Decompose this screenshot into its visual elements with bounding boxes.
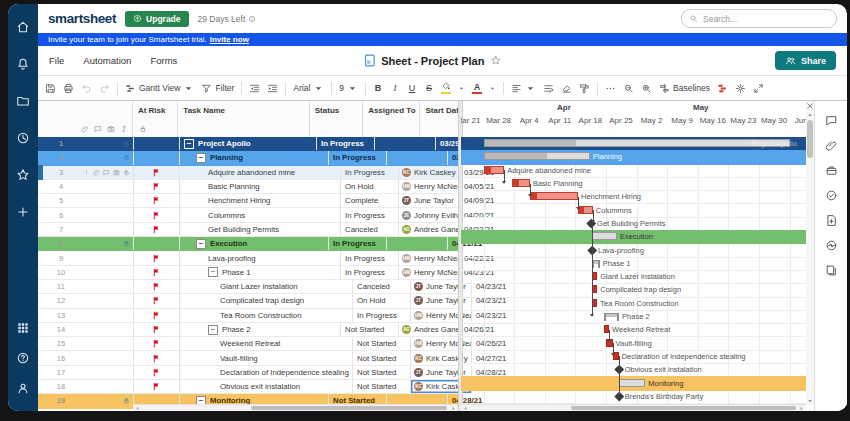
underline-button[interactable]: U [407, 83, 417, 93]
row-number[interactable]: 14 [38, 325, 84, 334]
wrap-text-button[interactable] [543, 83, 554, 94]
task-name-cell[interactable]: Vault-filling [180, 351, 353, 364]
notifications-icon[interactable] [16, 57, 30, 71]
row-gutter-cell[interactable]: 9 [38, 251, 134, 264]
task-name-cell[interactable]: Adquire abandoned mine [180, 166, 341, 179]
task-name-cell[interactable]: −Planning [180, 151, 329, 164]
row-gutter-cell[interactable]: 13 [38, 309, 134, 322]
row-number[interactable]: 11 [38, 282, 84, 291]
at-risk-cell[interactable] [134, 380, 180, 393]
status-cell[interactable]: In Progress [341, 266, 399, 279]
critical-path-button[interactable] [717, 83, 728, 94]
task-name-cell[interactable]: Basic Planning [180, 180, 341, 193]
row-gutter-cell[interactable]: 11 [38, 280, 134, 293]
row-number[interactable]: 1 [38, 139, 84, 148]
filter-button[interactable]: Filter [201, 83, 234, 94]
row-gutter-cell[interactable]: 17 [38, 366, 134, 379]
view-switcher[interactable]: Gantt View [125, 83, 194, 94]
row-gutter-cell[interactable]: 2 [38, 151, 134, 164]
task-name-cell[interactable]: Complicated trap design [180, 294, 353, 307]
gantt-task-bar[interactable] [530, 192, 578, 200]
row-number[interactable]: 5 [38, 196, 84, 205]
status-cell[interactable]: On Hold [353, 294, 411, 307]
publish-icon[interactable] [825, 214, 838, 227]
scroll-down-icon[interactable] [807, 398, 813, 404]
collapse-toggle[interactable]: − [208, 267, 218, 277]
at-risk-flag-icon[interactable] [152, 196, 161, 205]
column-header-start-date[interactable]: Start Date [420, 101, 458, 137]
row-number[interactable]: 13 [38, 311, 84, 320]
comment-column-icon[interactable] [94, 125, 102, 133]
table-row[interactable]: 14 −Phase 2 Not Started AGAndres Ganem 0… [38, 323, 458, 337]
at-risk-cell[interactable] [134, 294, 180, 307]
expand-button[interactable] [753, 83, 764, 94]
assigned-to-cell[interactable]: HMHenry McNeal [399, 266, 460, 279]
scrollbar-thumb[interactable] [807, 120, 813, 158]
redo-button[interactable] [99, 83, 110, 94]
assigned-to-cell[interactable]: AGAndres Ganem [399, 223, 460, 236]
status-cell[interactable]: Canceled [353, 280, 411, 293]
at-risk-flag-icon[interactable] [152, 339, 161, 348]
task-name-cell[interactable]: −Phase 1 [180, 266, 341, 279]
assigned-to-cell[interactable]: JTJune Taylor [399, 194, 460, 207]
status-cell[interactable]: In Progress [341, 166, 399, 179]
scroll-right-icon[interactable] [451, 406, 456, 411]
collapse-toggle[interactable]: − [196, 153, 206, 163]
update-requests-icon[interactable] [825, 189, 838, 202]
table-row[interactable]: 5 Henchment Hiring Complete JTJune Taylo… [38, 194, 458, 208]
more-options-button[interactable] [605, 83, 616, 94]
status-cell[interactable]: In Progress [317, 137, 375, 150]
status-cell[interactable]: In Progress [329, 237, 387, 250]
zoom-out-button[interactable] [623, 83, 634, 94]
scroll-left-icon[interactable] [463, 406, 468, 411]
gantt-task-bar[interactable] [619, 379, 646, 387]
row-gutter-cell[interactable]: 14 [38, 323, 134, 336]
home-icon[interactable] [16, 20, 30, 34]
text-color-button[interactable]: A [472, 83, 482, 94]
gantt-summary-bar[interactable] [604, 313, 619, 317]
grid-horizontal-scrollbar[interactable] [133, 404, 458, 411]
column-header-at-risk[interactable]: At Risk [133, 101, 178, 137]
row-gutter-cell[interactable]: 1 [38, 137, 134, 150]
gantt-task-bar[interactable] [484, 152, 590, 160]
at-risk-flag-icon[interactable] [152, 354, 161, 363]
italic-button[interactable]: I [390, 83, 400, 93]
row-gutter-cell[interactable]: 12 [38, 294, 134, 307]
scrollbar-thumb[interactable] [251, 406, 447, 410]
status-cell[interactable]: On Hold [341, 180, 399, 193]
at-risk-cell[interactable] [134, 309, 180, 322]
assigned-to-cell[interactable]: KCKirk Caskey [399, 166, 460, 179]
task-name-cell[interactable]: Lava-proofing [180, 251, 341, 264]
task-name-cell[interactable]: Colummns [180, 208, 341, 221]
conversations-icon[interactable] [825, 114, 838, 127]
at-risk-flag-icon[interactable] [152, 182, 161, 191]
comment-icon[interactable] [103, 169, 110, 176]
at-risk-cell[interactable] [134, 151, 180, 164]
upgrade-button[interactable]: Upgrade [125, 11, 188, 27]
at-risk-cell[interactable] [134, 180, 180, 193]
row-number[interactable]: 19 [38, 396, 84, 405]
at-risk-cell[interactable] [134, 337, 180, 350]
at-risk-flag-icon[interactable] [152, 268, 161, 277]
info-icon[interactable] [248, 15, 256, 23]
fill-color-button[interactable] [441, 82, 451, 94]
row-number[interactable]: 8 [38, 239, 84, 248]
at-risk-cell[interactable] [134, 366, 180, 379]
column-header-task-name[interactable]: Task Name [178, 101, 309, 137]
row-number[interactable]: 7 [38, 225, 84, 234]
undo-button[interactable] [81, 83, 92, 94]
outdent-button[interactable] [249, 83, 260, 94]
row-menu-icon[interactable] [83, 169, 90, 176]
clear-format-button[interactable] [561, 83, 572, 94]
row-number[interactable]: 10 [38, 268, 84, 277]
row-number[interactable]: 2 [38, 153, 84, 162]
gantt-task-bar[interactable] [592, 232, 617, 240]
collapse-toggle[interactable]: − [196, 239, 206, 249]
baselines-button[interactable]: Baselines [659, 83, 710, 94]
table-row[interactable]: 12 Complicated trap design On Hold JTJun… [38, 294, 458, 308]
row-gutter-cell[interactable]: 18 [38, 380, 134, 393]
favorites-icon[interactable] [16, 168, 30, 182]
table-row[interactable]: 9 Lava-proofing In Progress HMHenry McNe… [38, 251, 458, 265]
gantt-row[interactable] [461, 204, 806, 218]
task-name-cell[interactable]: Tea Room Construction [180, 309, 353, 322]
